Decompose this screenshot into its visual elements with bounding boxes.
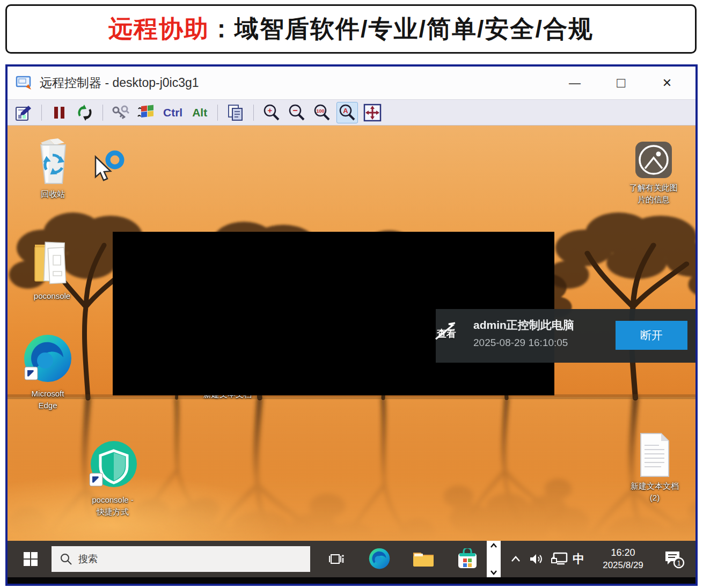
zoom-fit-button[interactable]: A bbox=[336, 102, 358, 123]
edge-icon bbox=[368, 548, 391, 570]
desktop-icon-label: 快捷方式 bbox=[97, 506, 129, 517]
maximize-icon: □ bbox=[617, 75, 625, 91]
desktop-icon-label: poconsole - bbox=[92, 495, 134, 505]
ime-label: 中 bbox=[573, 551, 584, 567]
taskbar-scrollbar[interactable] bbox=[487, 541, 501, 577]
toolbar: Ctrl Alt + bbox=[8, 100, 695, 126]
zoom-fit-icon: A bbox=[338, 104, 356, 122]
volume-button[interactable] bbox=[526, 541, 547, 577]
desktop-icon-label: (2) bbox=[650, 493, 660, 503]
desktop-icon-poconsole-folder[interactable]: poconsole bbox=[23, 236, 82, 302]
desktop-icon-poconsole-shortcut[interactable]: poconsole - 快捷方式 bbox=[77, 440, 148, 518]
fullscreen-button[interactable] bbox=[362, 102, 383, 123]
taskbar-edge-button[interactable] bbox=[364, 541, 395, 577]
close-button[interactable]: ✕ bbox=[644, 67, 690, 99]
windows-logo-icon bbox=[137, 105, 155, 121]
search-input[interactable] bbox=[78, 554, 282, 565]
titlebar[interactable]: 远程控制器 - desktop-j0ic3g1 — □ ✕ bbox=[8, 67, 695, 100]
pause-icon bbox=[53, 105, 67, 120]
ime-indicator[interactable]: 中 bbox=[569, 541, 588, 577]
pause-button[interactable] bbox=[49, 102, 70, 123]
minimize-button[interactable]: — bbox=[552, 67, 598, 99]
zoom-in-icon: + bbox=[262, 104, 281, 122]
desktop-icon-label: poconsole bbox=[34, 291, 70, 302]
maximize-button[interactable]: □ bbox=[598, 67, 644, 99]
minimize-icon: — bbox=[569, 76, 581, 90]
overlapping-cursor-icon bbox=[434, 322, 457, 341]
taskbar-clock[interactable]: 16:20 2025/8/29 bbox=[590, 541, 656, 577]
edge-icon bbox=[23, 334, 73, 385]
start-button[interactable] bbox=[15, 541, 46, 577]
taskbar: 中 16:20 2025/8/29 1 bbox=[8, 541, 695, 577]
zoom-100-glyph: 100 bbox=[317, 108, 325, 114]
zoom-out-icon: − bbox=[288, 104, 306, 122]
zoom-in-glyph: + bbox=[268, 106, 273, 115]
remote-desktop-view: 新建文本文档 bbox=[8, 126, 695, 584]
toast-texts: admin正控制此电脑 2025-08-29 16:10:05 bbox=[473, 318, 574, 349]
action-center-icon: 1 bbox=[663, 549, 685, 569]
desktop-icon-spotlight-info[interactable]: 了解有关此图 片的信息 bbox=[618, 141, 689, 205]
fullscreen-icon bbox=[363, 104, 382, 122]
file-explorer-button[interactable] bbox=[408, 541, 439, 577]
view-label-behind-toast: 查看 bbox=[437, 327, 456, 340]
ctrl-label: Ctrl bbox=[163, 106, 182, 119]
ctrl-key-button[interactable]: Ctrl bbox=[160, 102, 185, 123]
file-explorer-icon bbox=[412, 549, 435, 569]
bottom-strip bbox=[8, 577, 695, 584]
task-view-button[interactable] bbox=[321, 541, 352, 577]
clipboard-button[interactable] bbox=[225, 102, 246, 123]
alt-key-button[interactable]: Alt bbox=[189, 102, 210, 123]
disconnect-button[interactable]: 断开 bbox=[616, 321, 687, 350]
desktop-icon-label: Microsoft bbox=[32, 388, 64, 399]
desktop-icon-label: Edge bbox=[38, 400, 57, 411]
folder-icon bbox=[31, 236, 74, 288]
banner-highlight-text: 远程协助 bbox=[108, 13, 209, 45]
banner-rest-text: 域智盾软件/专业/简单/安全/合规 bbox=[235, 13, 594, 45]
desktop-icon-microsoft-edge[interactable]: Microsoft Edge bbox=[16, 334, 79, 411]
chevron-up-icon bbox=[511, 556, 521, 562]
remote-control-toast: admin正控制此电脑 2025-08-29 16:10:05 断开 查看 bbox=[436, 309, 695, 363]
screen: 远程协助：域智盾软件/专业/简单/安全/合规 远程控制器 - desktop-j… bbox=[0, 0, 703, 588]
toolbar-separator bbox=[102, 105, 103, 121]
picture-info-icon bbox=[634, 141, 673, 179]
close-icon: ✕ bbox=[662, 76, 672, 90]
windows-start-icon bbox=[24, 552, 38, 566]
scroll-down-icon bbox=[490, 570, 497, 575]
mouse-cursor bbox=[88, 149, 131, 192]
banner-separator: ： bbox=[209, 13, 235, 45]
text-document-icon bbox=[638, 432, 672, 477]
tray-show-hidden-button[interactable] bbox=[507, 541, 525, 577]
zoom-fit-glyph: A bbox=[343, 107, 348, 115]
busy-spinner-icon bbox=[108, 153, 122, 167]
windows-key-button[interactable] bbox=[135, 102, 157, 123]
refresh-button[interactable] bbox=[74, 102, 96, 123]
toolbar-separator bbox=[253, 105, 254, 121]
clock-date: 2025/8/29 bbox=[603, 560, 643, 572]
desktop-icon-label: 回收站 bbox=[41, 189, 65, 200]
zoom-100-button[interactable]: 100 bbox=[311, 102, 333, 123]
toast-timestamp: 2025-08-29 16:10:05 bbox=[473, 337, 574, 349]
desktop-icon-label: 片的信息 bbox=[638, 194, 670, 205]
zoom-out-button[interactable]: − bbox=[286, 102, 307, 123]
properties-button[interactable] bbox=[13, 102, 34, 123]
taskbar-search-box[interactable] bbox=[52, 546, 310, 572]
notification-badge: 1 bbox=[677, 560, 681, 567]
microsoft-store-button[interactable] bbox=[452, 541, 483, 577]
remote-desktop: 新建文本文档 bbox=[8, 126, 695, 541]
keys-icon bbox=[111, 105, 130, 121]
task-view-icon bbox=[328, 552, 345, 566]
promo-banner: 远程协助：域智盾软件/专业/简单/安全/合规 bbox=[5, 4, 697, 54]
zoom-in-button[interactable]: + bbox=[261, 102, 282, 123]
recycle-bin-icon bbox=[33, 138, 73, 186]
remote-control-window: 远程控制器 - desktop-j0ic3g1 — □ ✕ bbox=[5, 64, 698, 586]
shield-icon bbox=[87, 440, 138, 491]
network-button[interactable] bbox=[547, 541, 571, 577]
desktop-icon-recycle-bin[interactable]: 回收站 bbox=[24, 138, 83, 200]
send-keys-button[interactable] bbox=[110, 102, 131, 123]
microsoft-store-icon bbox=[457, 548, 478, 570]
clipboard-icon bbox=[226, 104, 245, 121]
app-icon bbox=[15, 75, 33, 91]
desktop-icon-new-text-doc-2[interactable]: 新建文本文档 (2) bbox=[619, 432, 690, 504]
action-center-button[interactable]: 1 bbox=[660, 541, 688, 577]
zoom-100-icon: 100 bbox=[313, 104, 331, 122]
